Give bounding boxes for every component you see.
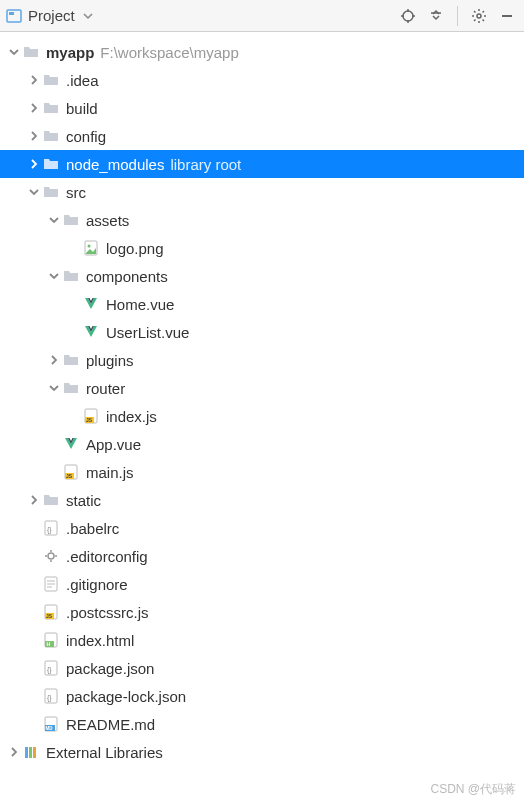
chevron-right-icon[interactable] — [6, 744, 22, 760]
json-file-icon: {} — [42, 659, 60, 677]
chevron-down-icon[interactable] — [46, 380, 62, 396]
tree-node-postcssrc[interactable]: JS .postcssrc.js — [0, 598, 524, 626]
node-label: node_modules — [66, 156, 164, 173]
chevron-down-icon[interactable] — [6, 44, 22, 60]
tree-node-router[interactable]: router — [0, 374, 524, 402]
node-label: build — [66, 100, 98, 117]
tree-node-node-modules[interactable]: node_modules library root — [0, 150, 524, 178]
node-label: static — [66, 492, 101, 509]
node-label: .editorconfig — [66, 548, 148, 565]
json-file-icon: {} — [42, 687, 60, 705]
dropdown-arrow-icon[interactable] — [83, 7, 93, 24]
tree-node-userlist-vue[interactable]: UserList.vue — [0, 318, 524, 346]
tree-node-home-vue[interactable]: Home.vue — [0, 290, 524, 318]
hide-icon[interactable] — [496, 5, 518, 27]
tree-node-index-html[interactable]: H index.html — [0, 626, 524, 654]
folder-icon — [22, 43, 40, 61]
gear-file-icon — [42, 547, 60, 565]
library-icon — [22, 743, 40, 761]
svg-rect-0 — [7, 10, 21, 22]
tree-node-build[interactable]: build — [0, 94, 524, 122]
tree-node-static[interactable]: static — [0, 486, 524, 514]
tree-node-app-vue[interactable]: App.vue — [0, 430, 524, 458]
node-path: F:\workspace\myapp — [100, 44, 238, 61]
svg-rect-50 — [25, 747, 28, 758]
chevron-down-icon[interactable] — [46, 212, 62, 228]
folder-icon — [42, 155, 60, 173]
target-icon[interactable] — [397, 5, 419, 27]
js-file-icon: JS — [42, 603, 60, 621]
project-dropdown[interactable]: Project — [28, 7, 75, 24]
folder-icon — [62, 351, 80, 369]
node-label: .idea — [66, 72, 99, 89]
svg-text:{}: {} — [47, 526, 52, 534]
gear-icon[interactable] — [468, 5, 490, 27]
tree-node-external-libs[interactable]: External Libraries — [0, 738, 524, 766]
svg-line-15 — [474, 19, 476, 21]
svg-rect-1 — [9, 12, 14, 15]
collapse-all-icon[interactable] — [425, 5, 447, 27]
tree-node-gitignore[interactable]: .gitignore — [0, 570, 524, 598]
node-label: src — [66, 184, 86, 201]
folder-icon — [42, 71, 60, 89]
node-label: logo.png — [106, 240, 164, 257]
tree-node-babelrc[interactable]: {} .babelrc — [0, 514, 524, 542]
svg-line-14 — [483, 19, 485, 21]
watermark: CSDN @代码蒋 — [430, 781, 516, 798]
node-label: App.vue — [86, 436, 141, 453]
tree-node-logo[interactable]: logo.png — [0, 234, 524, 262]
folder-icon — [62, 211, 80, 229]
vue-file-icon — [82, 295, 100, 313]
tree-node-package-json[interactable]: {} package.json — [0, 654, 524, 682]
svg-line-16 — [483, 11, 485, 13]
tree-node-main-js[interactable]: JS main.js — [0, 458, 524, 486]
svg-text:JS: JS — [46, 613, 53, 619]
config-file-icon: {} — [42, 519, 60, 537]
folder-icon — [62, 267, 80, 285]
node-label: assets — [86, 212, 129, 229]
chevron-down-icon[interactable] — [26, 184, 42, 200]
tree-node-readme[interactable]: MD README.md — [0, 710, 524, 738]
node-label: components — [86, 268, 168, 285]
tree-node-index-js[interactable]: JS index.js — [0, 402, 524, 430]
chevron-right-icon[interactable] — [26, 72, 42, 88]
svg-rect-51 — [29, 747, 32, 758]
tree-node-config[interactable]: config — [0, 122, 524, 150]
svg-text:{}: {} — [47, 694, 52, 702]
svg-point-19 — [88, 245, 91, 248]
tree-node-myapp[interactable]: myapp F:\workspace\myapp — [0, 38, 524, 66]
js-file-icon: JS — [62, 463, 80, 481]
svg-text:MD: MD — [46, 726, 54, 731]
vue-file-icon — [82, 323, 100, 341]
node-label: .postcssrc.js — [66, 604, 149, 621]
node-label: myapp — [46, 44, 94, 61]
tree-node-editorconfig[interactable]: .editorconfig — [0, 542, 524, 570]
tree-node-idea[interactable]: .idea — [0, 66, 524, 94]
project-tree[interactable]: myapp F:\workspace\myapp .idea build con… — [0, 32, 524, 770]
chevron-right-icon[interactable] — [46, 352, 62, 368]
svg-line-13 — [474, 11, 476, 13]
node-label: main.js — [86, 464, 134, 481]
node-label: Home.vue — [106, 296, 174, 313]
tree-node-src[interactable]: src — [0, 178, 524, 206]
svg-text:JS: JS — [66, 473, 73, 479]
folder-icon — [42, 183, 60, 201]
node-label: UserList.vue — [106, 324, 189, 341]
node-label: package-lock.json — [66, 688, 186, 705]
tree-node-components[interactable]: components — [0, 262, 524, 290]
tree-node-assets[interactable]: assets — [0, 206, 524, 234]
node-label: .babelrc — [66, 520, 119, 537]
chevron-right-icon[interactable] — [26, 492, 42, 508]
chevron-right-icon[interactable] — [26, 128, 42, 144]
tree-node-plugins[interactable]: plugins — [0, 346, 524, 374]
chevron-right-icon[interactable] — [26, 156, 42, 172]
chevron-right-icon[interactable] — [26, 100, 42, 116]
tree-node-package-lock[interactable]: {} package-lock.json — [0, 682, 524, 710]
node-label: package.json — [66, 660, 154, 677]
html-file-icon: H — [42, 631, 60, 649]
folder-icon — [42, 99, 60, 117]
svg-point-28 — [48, 553, 54, 559]
js-file-icon: JS — [82, 407, 100, 425]
image-file-icon — [82, 239, 100, 257]
chevron-down-icon[interactable] — [46, 268, 62, 284]
